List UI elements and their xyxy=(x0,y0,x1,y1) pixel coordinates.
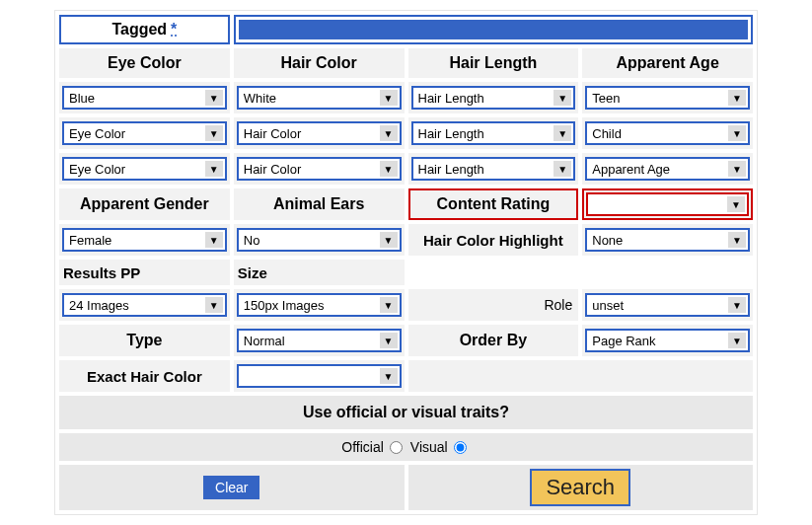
search-cell: Search xyxy=(408,465,754,510)
cell-type: Normal▼ xyxy=(234,325,405,356)
select-hair-color-2[interactable]: Hair Color▼ xyxy=(237,121,402,145)
select-apparent-age-3[interactable]: Apparent Age▼ xyxy=(585,157,750,181)
caret-icon: ▼ xyxy=(728,333,746,348)
caret-icon: ▼ xyxy=(205,161,223,177)
cell-age2: Child▼ xyxy=(582,117,753,149)
tagged-bar[interactable] xyxy=(234,15,753,44)
header-apparent-gender: Apparent Gender xyxy=(59,188,230,220)
select-hair-highlight[interactable]: None▼ xyxy=(585,228,750,252)
cell-content-rating: ▼ xyxy=(582,188,753,220)
caret-icon: ▼ xyxy=(728,161,746,177)
cell-eye1: Blue▼ xyxy=(59,82,230,113)
cell-age3: Apparent Age▼ xyxy=(582,153,753,185)
select-eye-color-2[interactable]: Eye Color▼ xyxy=(62,121,227,145)
caret-icon: ▼ xyxy=(728,297,746,313)
select-results-pp[interactable]: 24 Images▼ xyxy=(62,293,227,317)
cell-results: 24 Images▼ xyxy=(59,289,230,321)
select-hair-length-3[interactable]: Hair Length▼ xyxy=(411,157,576,181)
caret-icon: ▼ xyxy=(380,90,398,106)
select-eye-color-1[interactable]: Blue▼ xyxy=(62,86,227,110)
caret-icon: ▼ xyxy=(380,368,398,384)
label-official: Official xyxy=(341,439,384,455)
cell-age1: Teen▼ xyxy=(582,82,753,113)
header-hair-length: Hair Length xyxy=(408,48,579,78)
select-apparent-age-2[interactable]: Child▼ xyxy=(585,121,750,145)
select-eye-color-3[interactable]: Eye Color▼ xyxy=(62,157,227,181)
cell-order: Page Rank▼ xyxy=(582,325,753,356)
select-exact-hair-color[interactable]: ▼ xyxy=(237,364,402,388)
caret-icon: ▼ xyxy=(380,297,398,313)
caret-icon: ▼ xyxy=(728,232,746,248)
select-role[interactable]: unset▼ xyxy=(585,293,750,317)
cell-exact: ▼ xyxy=(234,360,405,392)
caret-icon: ▼ xyxy=(205,297,223,313)
select-hair-color-3[interactable]: Hair Color▼ xyxy=(237,157,402,181)
cell-gender: Female▼ xyxy=(59,224,230,256)
search-button[interactable]: Search xyxy=(530,469,630,506)
cell-len2: Hair Length▼ xyxy=(408,117,579,149)
tagged-bar-fill xyxy=(239,20,748,39)
cell-ears: No▼ xyxy=(234,224,405,256)
cell-eye2: Eye Color▼ xyxy=(59,117,230,149)
caret-icon: ▼ xyxy=(205,232,223,248)
cell-highlight: None▼ xyxy=(582,224,753,256)
caret-icon: ▼ xyxy=(205,125,223,141)
radio-official[interactable] xyxy=(390,441,403,454)
cell-hair1: White▼ xyxy=(234,82,405,113)
caret-icon: ▼ xyxy=(727,196,745,212)
blank-cell-2 xyxy=(408,360,754,392)
select-hair-length-1[interactable]: Hair Length▼ xyxy=(411,86,576,110)
header-results-pp: Results PP xyxy=(59,260,230,285)
select-hair-length-2[interactable]: Hair Length▼ xyxy=(411,121,576,145)
header-hair-highlight: Hair Color Highlight xyxy=(408,224,579,256)
header-size: Size xyxy=(234,260,405,285)
cell-hair2: Hair Color▼ xyxy=(234,117,405,149)
header-content-rating: Content Rating xyxy=(408,188,579,220)
clear-button[interactable]: Clear xyxy=(203,476,259,499)
header-animal-ears: Animal Ears xyxy=(234,188,405,220)
cell-len1: Hair Length▼ xyxy=(408,82,579,113)
cell-eye3: Eye Color▼ xyxy=(59,153,230,185)
select-apparent-age-1[interactable]: Teen▼ xyxy=(585,86,750,110)
header-eye-color: Eye Color xyxy=(59,48,230,78)
select-apparent-gender[interactable]: Female▼ xyxy=(62,228,227,252)
traits-radio-row: Official Visual xyxy=(59,433,753,461)
header-hair-color: Hair Color xyxy=(234,48,405,78)
select-hair-color-1[interactable]: White▼ xyxy=(237,86,402,110)
caret-icon: ▼ xyxy=(205,90,223,106)
caret-icon: ▼ xyxy=(380,125,398,141)
cell-size: 150px Images▼ xyxy=(234,289,405,321)
caret-icon: ▼ xyxy=(554,90,571,106)
tagged-header: Tagged * xyxy=(59,15,230,44)
select-animal-ears[interactable]: No▼ xyxy=(237,228,402,252)
cell-role: unset▼ xyxy=(582,289,753,321)
header-role: Role xyxy=(408,289,579,321)
blank-cell xyxy=(408,260,754,285)
cell-hair3: Hair Color▼ xyxy=(234,153,405,185)
caret-icon: ▼ xyxy=(380,333,398,348)
clear-cell: Clear xyxy=(59,465,405,510)
select-size[interactable]: 150px Images▼ xyxy=(237,293,402,317)
header-exact-hair: Exact Hair Color xyxy=(59,360,230,392)
cell-len3: Hair Length▼ xyxy=(408,153,579,185)
caret-icon: ▼ xyxy=(554,125,571,141)
caret-icon: ▼ xyxy=(728,90,746,106)
caret-icon: ▼ xyxy=(380,161,398,177)
header-type: Type xyxy=(59,325,230,356)
header-order-by: Order By xyxy=(408,325,579,356)
radio-visual[interactable] xyxy=(454,441,467,454)
caret-icon: ▼ xyxy=(380,232,398,248)
select-order-by[interactable]: Page Rank▼ xyxy=(585,329,750,352)
select-type[interactable]: Normal▼ xyxy=(237,329,402,352)
label-visual: Visual xyxy=(410,439,448,455)
select-content-rating[interactable]: ▼ xyxy=(586,192,749,216)
header-apparent-age: Apparent Age xyxy=(582,48,753,78)
caret-icon: ▼ xyxy=(728,125,746,141)
tagged-label: Tagged xyxy=(111,21,167,38)
tagged-asterisk-link[interactable]: * xyxy=(171,21,177,38)
caret-icon: ▼ xyxy=(554,161,571,177)
traits-question: Use official or visual traits? xyxy=(59,396,753,429)
